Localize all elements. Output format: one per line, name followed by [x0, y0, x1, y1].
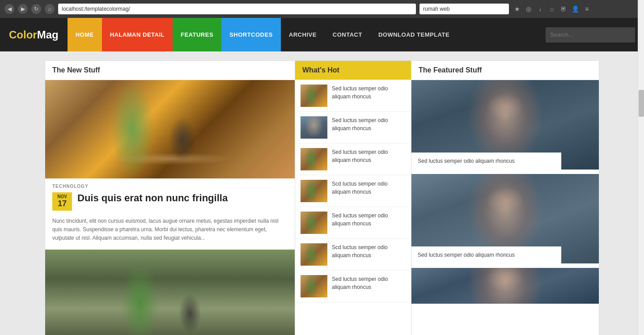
history-icon[interactable]: ◎ — [524, 4, 533, 13]
nav-item-halaman[interactable]: HALAMAN DETAIL — [102, 18, 173, 51]
featured-girl-3 — [411, 268, 599, 304]
thumb-cycling-4 — [301, 212, 327, 234]
user-icon[interactable]: 👤 — [571, 4, 580, 13]
menu-icon[interactable]: ≡ — [582, 4, 591, 13]
hot-item-6[interactable]: Scd luctus semper odio aliquam rhoncus — [295, 239, 411, 271]
date-month-1: Nov — [56, 194, 68, 199]
featured-column: The Featured Stuff Sed luctus semper odi… — [411, 60, 599, 335]
article-card-2 — [45, 250, 295, 335]
nav-menu: HOME HALAMAN DETAIL FEATURES SHORTCODES … — [68, 18, 546, 51]
logo-color-part: Color — [9, 29, 37, 41]
bookmark-icon[interactable]: ★ — [513, 4, 521, 13]
featured-caption-1: Sed luctus semper odio aliquam rhoncus — [411, 153, 561, 170]
main-content: The New Stuff TECHNOLOGY Nov 17 Duis qui… — [36, 60, 608, 335]
shield-icon[interactable]: ⛨ — [559, 4, 568, 13]
nav-item-download[interactable]: DOWNLOAD TEMPLATE — [370, 18, 458, 51]
nav-search[interactable] — [546, 27, 635, 42]
cycling-image-2 — [45, 250, 295, 335]
new-stuff-column: The New Stuff TECHNOLOGY Nov 17 Duis qui… — [45, 60, 295, 335]
refresh-button[interactable]: ↻ — [31, 4, 41, 14]
new-stuff-title: The New Stuff — [52, 66, 100, 74]
thumb-cycling-5 — [301, 243, 327, 266]
hot-thumb-6 — [301, 243, 327, 266]
article-image-2 — [45, 250, 295, 335]
thumb-cycling-2 — [301, 148, 327, 170]
date-day-1: 17 — [56, 199, 68, 209]
home-nav-icon[interactable]: ⌂ — [547, 4, 556, 13]
featured-item-2[interactable]: Sed luctus semper odio aliquam rhoncus — [411, 174, 599, 263]
whats-hot-title: What's Hot — [302, 66, 339, 74]
logo-mag-part: Mag — [37, 29, 59, 41]
article-image-1 — [45, 80, 295, 178]
thumb-girl-1 — [301, 116, 327, 139]
article-title-1[interactable]: Duis quis erat non nunc fringilla — [77, 192, 228, 211]
nav-item-contact[interactable]: CONTACT — [325, 18, 370, 51]
hot-item-3[interactable]: Sed luctus semper odio aliquam rhoncus — [295, 144, 411, 175]
hot-text-3: Sed luctus semper odio aliquam rhoncus — [332, 148, 406, 164]
thumb-cycling-1 — [301, 85, 327, 107]
hot-thumb-1 — [301, 85, 327, 107]
hot-item-4[interactable]: Scd luctus semper odio aliquam rhoncus — [295, 175, 411, 207]
article-meta-1: TECHNOLOGY Nov 17 Duis quis erat non nun… — [45, 178, 295, 211]
featured-title: The Featured Stuff — [419, 66, 482, 74]
new-stuff-header: The New Stuff — [45, 61, 295, 80]
hot-thumb-3 — [301, 148, 327, 170]
article-card-1: TECHNOLOGY Nov 17 Duis quis erat non nun… — [45, 80, 295, 250]
browser-search-bar[interactable]: rumah web — [419, 4, 509, 14]
featured-image-3 — [411, 268, 599, 304]
hot-item-7[interactable]: Sed luctus semper odio aliquam rhoncus — [295, 271, 411, 302]
hot-thumb-4 — [301, 180, 327, 202]
forward-button[interactable]: ▶ — [18, 4, 28, 14]
nav-item-shortcodes[interactable]: SHORTCODES — [221, 18, 281, 51]
scrollbar[interactable] — [638, 0, 644, 335]
hot-item-2[interactable]: Sed luctus semper odio aliquam rhoncus — [295, 112, 411, 144]
hot-text-7: Sed luctus semper odio aliquam rhoncus — [332, 275, 406, 291]
url-bar[interactable]: localhost:/templatecolormag/ — [58, 4, 416, 14]
nav-item-home[interactable]: HOME — [68, 18, 102, 51]
cycling-image-1 — [45, 80, 295, 178]
hot-thumb-5 — [301, 212, 327, 234]
article-excerpt-1: Nunc tincidunt, elit non cursus euismod,… — [45, 214, 295, 250]
featured-item-3[interactable] — [411, 268, 599, 304]
thumb-cycling-6 — [301, 275, 327, 297]
search-input[interactable] — [546, 27, 635, 42]
hot-thumb-7 — [301, 275, 327, 297]
hot-item-1[interactable]: Sed luctus semper odio aliquam rhoncus — [295, 80, 411, 112]
site-header: Color Mag HOME HALAMAN DETAIL FEATURES S… — [0, 18, 644, 51]
download-icon[interactable]: ↓ — [536, 4, 545, 13]
url-text: localhost:/templatecolormag/ — [62, 6, 130, 12]
browser-chrome: ◀ ▶ ↻ ⌂ localhost:/templatecolormag/ rum… — [0, 0, 644, 18]
hot-text-5: Sed luctus semper odio aliquam rhoncus — [332, 212, 406, 228]
whats-hot-column: What's Hot Sed luctus semper odio aliqua… — [295, 60, 411, 335]
hot-item-5[interactable]: Sed luctus semper odio aliquam rhoncus — [295, 207, 411, 239]
home-button[interactable]: ⌂ — [45, 4, 55, 14]
site-logo[interactable]: Color Mag — [9, 29, 59, 41]
browser-icons: ★ ◎ ↓ ⌂ ⛨ 👤 ≡ — [513, 4, 591, 13]
hot-text-1: Sed luctus semper odio aliquam rhoncus — [332, 85, 406, 101]
featured-caption-2: Sed luctus semper odio aliquam rhoncus — [411, 246, 561, 263]
hot-text-2: Sed luctus semper odio aliquam rhoncus — [332, 116, 406, 132]
date-badge-1: Nov 17 — [52, 192, 72, 211]
browser-search-text: rumah web — [423, 6, 449, 12]
nav-item-features[interactable]: FEATURES — [173, 18, 221, 51]
featured-item-1[interactable]: Sed luctus semper odio aliquam rhoncus — [411, 80, 599, 170]
hot-thumb-2 — [301, 116, 327, 139]
article-category-1: TECHNOLOGY — [52, 184, 288, 189]
scrollbar-thumb[interactable] — [639, 90, 644, 117]
whats-hot-header: What's Hot — [295, 61, 411, 80]
nav-item-archive[interactable]: ARCHIVE — [281, 18, 325, 51]
article-date-title-1: Nov 17 Duis quis erat non nunc fringilla — [52, 192, 288, 211]
hot-text-6: Scd luctus semper odio aliquam rhoncus — [332, 243, 406, 259]
featured-header: The Featured Stuff — [411, 61, 599, 80]
thumb-cycling-3 — [301, 180, 327, 202]
back-button[interactable]: ◀ — [4, 4, 14, 14]
hot-text-4: Scd luctus semper odio aliquam rhoncus — [332, 180, 406, 196]
